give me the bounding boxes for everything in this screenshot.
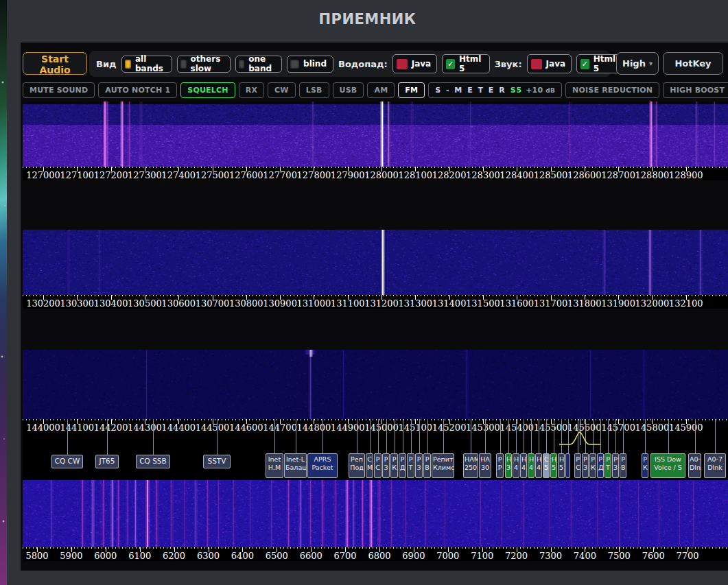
sound-option-java[interactable]: Java: [527, 54, 572, 73]
bandplan-label[interactable]: JT65: [95, 455, 119, 468]
freq-label: 144200: [94, 422, 128, 433]
bandplan-label[interactable]: Н5: [558, 453, 565, 478]
control-am[interactable]: AM: [367, 82, 395, 98]
freq-label: 132000: [635, 298, 670, 309]
bandplan-label[interactable]: РВ: [423, 453, 431, 478]
view-option-one-band[interactable]: one band: [235, 56, 282, 73]
bandplan-label[interactable]: CQ CW: [51, 455, 83, 468]
bandplan-label[interactable]: РепПод: [349, 453, 365, 478]
bandplan-label[interactable]: SSTV: [203, 455, 231, 468]
bandplan-connector: [395, 419, 395, 453]
bandplan-label[interactable]: A0-7Dlnk: [704, 453, 726, 478]
control-high-boost[interactable]: HIGH BOOST: [663, 82, 728, 98]
bandplan-connector: [508, 419, 509, 453]
bandplan-label[interactable]: Н4: [520, 453, 527, 478]
freq-label: 131300: [398, 298, 432, 309]
waterfall-hf-5800[interactable]: [23, 480, 728, 547]
hotkey-button[interactable]: HotKey: [663, 52, 723, 75]
quality-dropdown[interactable]: High ▾: [616, 52, 659, 75]
bandplan-label[interactable]: РЗ: [382, 453, 390, 478]
minor-tick-line: [23, 167, 728, 168]
s-meter-label: S - M E T E R: [435, 86, 506, 95]
start-audio-button[interactable]: Start Audio: [23, 52, 87, 75]
bandplan-label[interactable]: Н4: [513, 453, 519, 478]
control-usb[interactable]: USB: [333, 82, 364, 98]
bandplan-label[interactable]: РК: [642, 453, 648, 478]
bandplan-connector: [531, 419, 532, 453]
bandplan-label[interactable]: ISS DowVoice / S: [650, 453, 685, 478]
freq-label: 130700: [196, 298, 230, 309]
waterfall-option-html5[interactable]: ✓Html 5: [442, 54, 489, 73]
bandplan-label[interactable]: [565, 453, 570, 478]
view-option-others-slow[interactable]: others slow: [177, 56, 231, 73]
waterfall-airband-127[interactable]: [23, 102, 728, 167]
freq-label: 130300: [60, 298, 94, 309]
freq-label: 131100: [331, 298, 365, 309]
bandplan-label[interactable]: HAM250: [463, 453, 478, 478]
control-noise-reduction[interactable]: NOISE REDUCTION: [565, 82, 659, 98]
control-auto-notch-1[interactable]: AUTO NOTCH 1: [98, 82, 177, 98]
freq-label: 7000: [436, 551, 459, 561]
sound-label: Звук:: [495, 59, 522, 69]
control-squelch[interactable]: SQUELCH: [180, 82, 235, 98]
freq-label: 131800: [567, 298, 602, 309]
bandplan-label[interactable]: Н4: [535, 453, 542, 478]
bandplan-label[interactable]: РТ: [604, 453, 611, 478]
bandplan-label[interactable]: НЗ: [505, 453, 512, 478]
bandplan-label[interactable]: Н4: [528, 453, 535, 478]
view-option-blind[interactable]: blind: [287, 56, 333, 73]
bandplan-connector: [516, 419, 517, 453]
view-option-all-bands[interactable]: all bands: [121, 56, 173, 73]
waterfall-airband-130[interactable]: [23, 230, 728, 295]
bandplan-label[interactable]: РЗ: [582, 453, 589, 478]
bandplan-label[interactable]: InetН.М: [266, 453, 283, 478]
control-mute-sound[interactable]: MUTE SOUND: [23, 82, 95, 98]
bandplan-connector: [524, 419, 524, 453]
bandplan-label[interactable]: CQ SSB: [136, 455, 170, 468]
media-label: Java: [412, 59, 431, 69]
bandplan-label[interactable]: РС: [574, 453, 581, 478]
bandplan-connector: [600, 419, 601, 453]
freq-label: 6200: [163, 551, 185, 561]
bandplan-label[interactable]: Inet-LБалаш: [284, 453, 307, 478]
band-airband-127: 1270001271001272001273001274001275001276…: [23, 102, 728, 180]
bandplan-label[interactable]: РТ: [407, 453, 414, 478]
frequency-scale-hf-5800: 5800590060006100620063006400650066006700…: [23, 547, 728, 561]
bandplan-label[interactable]: РК: [390, 453, 398, 478]
view-toggle-group: all bandsothers slowone bandblind: [121, 56, 333, 73]
bandplan-label[interactable]: РД: [399, 453, 406, 478]
bandplan-label[interactable]: РВ: [620, 453, 626, 478]
bandplan-label[interactable]: HA30: [479, 453, 491, 478]
bandplan-label[interactable]: РР: [496, 453, 504, 478]
freq-label: 132100: [669, 298, 703, 309]
bandplan-label[interactable]: С5: [543, 453, 550, 478]
bandplan-label[interactable]: РЗ: [612, 453, 619, 478]
bandplan-connector: [419, 419, 420, 453]
bandplan-connector: [668, 419, 669, 453]
waterfall-vhf-144[interactable]: [23, 350, 728, 419]
bandplan-label[interactable]: Н5: [550, 453, 557, 478]
bandplan-connector: [623, 419, 624, 453]
bandplan-label[interactable]: СМ: [366, 453, 373, 478]
bandplan-connector: [67, 419, 68, 455]
control-cw[interactable]: CW: [268, 82, 296, 98]
bandplan-connector: [322, 419, 323, 453]
control-lsb[interactable]: LSB: [299, 82, 329, 98]
bandplan-label[interactable]: A0-Dln: [688, 453, 701, 478]
waterfall-option-java[interactable]: Java: [392, 54, 437, 73]
control-rx[interactable]: RX: [239, 82, 264, 98]
freq-label: 145400: [500, 422, 534, 433]
bandplan-label[interactable]: APRSPacket: [307, 453, 338, 478]
bandplan-label[interactable]: РепитКлимс: [432, 453, 454, 478]
bandplan-label[interactable]: РК: [589, 453, 596, 478]
bandplan-label[interactable]: РС: [374, 453, 381, 478]
freq-label: 7300: [539, 551, 562, 561]
s-meter-button[interactable]: S - M E T E RS5+10 dB: [428, 82, 562, 98]
freq-label: 128200: [432, 170, 467, 180]
checkbox-indicator: [239, 60, 244, 69]
bandplan-label[interactable]: РЗ: [415, 453, 423, 478]
freq-label: 7600: [642, 551, 665, 561]
control-fm[interactable]: FM: [398, 82, 425, 98]
freq-label: 128100: [398, 170, 432, 180]
bandplan-label[interactable]: РД: [597, 453, 604, 478]
